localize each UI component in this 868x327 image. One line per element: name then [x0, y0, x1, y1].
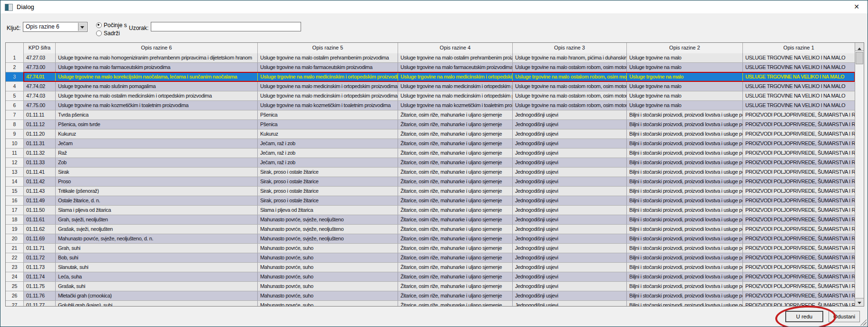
table-cell: 01.11.20 — [24, 129, 56, 139]
table-cell: Jednogodišnji usjevi — [513, 272, 627, 281]
table-row[interactable]: 1601.11.49Ostale žitarice, d. n.Sirak, p… — [6, 196, 855, 206]
table-cell: Žitarice, osim riže, mahunarke i uljano … — [398, 158, 513, 167]
table-row[interactable]: 1001.11.31JečamJečam, raž i zobŽitarice,… — [6, 139, 855, 149]
table-cell: USLUGE TRGOVINE NA VELIKO I NA MALO — [743, 63, 855, 72]
table-row[interactable]: 347.74.01Usluge trgovine na malo korekci… — [6, 72, 855, 82]
table-row[interactable]: 2101.11.71Grah, suhiMahunasto povrće, su… — [6, 244, 855, 253]
table-cell: Biljni i stočarski proizvodi, proizvodi … — [627, 282, 743, 291]
close-icon[interactable]: ✕ — [849, 2, 864, 12]
contains-radio[interactable] — [96, 30, 102, 36]
table-row[interactable]: 147.27.03Usluge trgovine na malo homogen… — [6, 53, 855, 63]
table-row[interactable]: 2601.11.76Mletački grah (crnookica)Mahun… — [6, 291, 855, 301]
table-cell: PROIZVODI POLJOPRIVREDE, ŠUMARSTVA I RIB… — [743, 215, 855, 224]
table-cell: Mahunasto povrće, svježe, neoljušteno — [258, 234, 398, 243]
table-row[interactable]: 447.74.02Usluge trgovine na malo slušnim… — [6, 82, 855, 91]
row-number: 26 — [6, 291, 24, 300]
table-cell: Grašak, suhi — [56, 282, 258, 291]
table-cell: Sirak, proso i ostale žitarice — [258, 168, 398, 177]
table-cell: Jednogodišnji usjevi — [513, 301, 627, 306]
table-cell: Biljni i stočarski proizvodi, proizvodi … — [627, 129, 743, 139]
table-cell: Mahunasto povrće, suho — [258, 263, 398, 272]
row-cells: 01.11.75Grašak, suhiMahunasto povrće, su… — [24, 282, 855, 291]
table-cell: Biljni i stočarski proizvodi, proizvodi … — [627, 187, 743, 196]
table-cell: Biljni i stočarski proizvodi, proizvodi … — [627, 225, 743, 234]
vertical-scrollbar[interactable] — [855, 43, 864, 306]
table-row[interactable]: 2501.11.75Grašak, suhiMahunasto povrće, … — [6, 282, 855, 291]
scrollbar-thumb[interactable] — [856, 52, 863, 64]
table-cell: Usluge trgovine na malo ostalim prehramb… — [258, 53, 398, 62]
table-row[interactable]: 1201.11.33ZobJečam, raž i zobŽitarice, o… — [6, 158, 855, 168]
table-cell: 47.75.00 — [24, 101, 56, 110]
table-cell: Jednogodišnji usjevi — [513, 187, 627, 196]
table-cell: PROIZVODI POLJOPRIVREDE, ŠUMARSTVA I RIB… — [743, 129, 855, 139]
table-row[interactable]: 2701.11.77Golublji grah (kajan), suhiMah… — [6, 301, 855, 306]
table-cell: Biljni i stočarski proizvodi, proizvodi … — [627, 120, 743, 129]
row-cells: 47.74.03Usluge trgovine na malo ostalim … — [24, 91, 855, 100]
table-cell: Bob, suhi — [56, 253, 258, 262]
table-row[interactable]: 901.11.20KukuruzKukuruzŽitarice, osim ri… — [6, 129, 855, 139]
table-cell: Raž — [56, 149, 258, 158]
table-cell: PROIZVODI POLJOPRIVREDE, ŠUMARSTVA I RIB… — [743, 301, 855, 306]
cancel-button[interactable]: Odustani — [829, 311, 860, 322]
row-number: 18 — [6, 215, 24, 224]
table-row[interactable]: 1501.11.43Tritikale (pšenoraž)Sirak, pro… — [6, 187, 855, 196]
row-number: 4 — [6, 82, 24, 91]
table-cell: Biljni i stočarski proizvodi, proizvodi … — [627, 139, 743, 148]
table-cell: 47.74.02 — [24, 82, 56, 91]
table-cell: PROIZVODI POLJOPRIVREDE, ŠUMARSTVA I RIB… — [743, 110, 855, 119]
table-row[interactable]: 1401.11.42ProsoSirak, proso i ostale žit… — [6, 177, 855, 187]
table-cell: Mahunasto povrće, svježe, neoljušteno — [258, 225, 398, 234]
table-cell: Usluge trgovine na malo slušnim pomagali… — [56, 82, 258, 91]
table-cell: Usluge trgovine na malo ostalom robom, o… — [513, 101, 627, 110]
table-row[interactable]: 801.11.12Pšenica, osim tvrdePšenicaŽitar… — [6, 120, 855, 129]
table-row[interactable]: 1901.11.62Grašak, svježi, neoljuštenMahu… — [6, 225, 855, 234]
table-row[interactable]: 701.11.11Tvrda pšenicaPšenicaŽitarice, o… — [6, 110, 855, 120]
table-row[interactable]: 247.73.00Usluge trgovine na malo farmace… — [6, 63, 855, 72]
table-cell: Žitarice, osim riže, mahunarke i uljano … — [398, 168, 513, 177]
row-cells: 01.11.50Slama i pljeva od žitaricaSlama … — [24, 206, 855, 215]
starts-with-radio[interactable] — [96, 22, 102, 28]
row-cells: 01.11.61Grah, svježi, neoljuštenMahunast… — [24, 215, 855, 224]
table-row[interactable]: 1801.11.61Grah, svježi, neoljuštenMahuna… — [6, 215, 855, 225]
table-row[interactable]: 647.75.00Usluge trgovine na malo kozmeti… — [6, 101, 855, 110]
table-row[interactable]: 1301.11.41SirakSirak, proso i ostale žit… — [6, 168, 855, 177]
table-cell: Biljni i stočarski proizvodi, proizvodi … — [627, 234, 743, 243]
table-cell: 01.11.33 — [24, 158, 56, 167]
table-cell: 01.11.61 — [24, 215, 56, 224]
row-cells: 01.11.73Slanutak, suhiMahunasto povrće, … — [24, 263, 855, 272]
resize-grip[interactable] — [860, 319, 867, 326]
key-select[interactable]: Opis razine 6 — [23, 22, 88, 32]
table-cell: 01.11.76 — [24, 291, 56, 300]
table-cell: Ostale žitarice, d. n. — [56, 196, 258, 205]
table-row[interactable]: 1101.11.32RažJečam, raž i zobŽitarice, o… — [6, 149, 855, 158]
table-cell: 01.11.32 — [24, 149, 56, 158]
table-cell: Žitarice, osim riže, mahunarke i uljano … — [398, 110, 513, 119]
table-cell: Grah, suhi — [56, 244, 258, 253]
row-number: 13 — [6, 168, 24, 177]
table-cell: Jednogodišnji usjevi — [513, 196, 627, 205]
table-cell: Žitarice, osim riže, mahunarke i uljano … — [398, 244, 513, 253]
table-cell: PROIZVODI POLJOPRIVREDE, ŠUMARSTVA I RIB… — [743, 282, 855, 291]
table-cell: Biljni i stočarski proizvodi, proizvodi … — [627, 301, 743, 306]
ok-button[interactable]: U redu — [785, 311, 823, 322]
table-row[interactable]: 1701.11.50Slama i pljeva od žitaricaSlam… — [6, 206, 855, 215]
row-number: 20 — [6, 234, 24, 243]
title-bar: Dialog ✕ — [0, 0, 868, 13]
table-cell: Žitarice, osim riže, mahunarke i uljano … — [398, 291, 513, 300]
row-number: 19 — [6, 225, 24, 234]
table-row[interactable]: 2201.11.72Bob, suhiMahunasto povrće, suh… — [6, 253, 855, 263]
table-cell: Biljni i stočarski proizvodi, proizvodi … — [627, 158, 743, 167]
table-row[interactable]: 547.74.03Usluge trgovine na malo ostalim… — [6, 91, 855, 101]
scroll-up-icon[interactable] — [855, 43, 864, 51]
table-row[interactable]: 2301.11.73Slanutak, suhiMahunasto povrće… — [6, 263, 855, 272]
row-number: 22 — [6, 253, 24, 262]
chevron-down-icon[interactable] — [78, 23, 87, 31]
table-row[interactable]: 2401.11.74Leća, suhaMahunasto povrće, su… — [6, 272, 855, 282]
table-cell: 01.11.49 — [24, 196, 56, 205]
row-number: 25 — [6, 282, 24, 291]
table-row[interactable]: 2001.11.69Mahunasto povrće, svježe, neol… — [6, 234, 855, 244]
table-cell: Jednogodišnji usjevi — [513, 110, 627, 119]
row-cells: 01.11.74Leća, suhaMahunasto povrće, suho… — [24, 272, 855, 281]
scroll-down-icon[interactable] — [855, 298, 864, 306]
pattern-input[interactable] — [151, 22, 301, 31]
